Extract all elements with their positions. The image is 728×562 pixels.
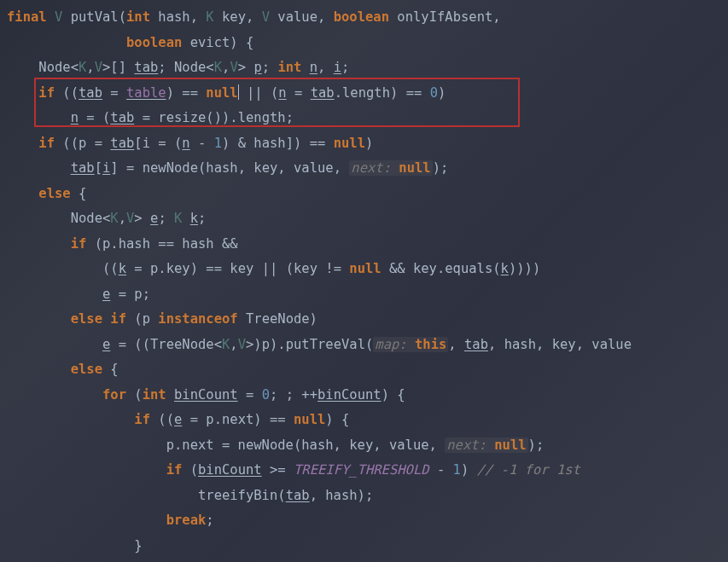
code-line[interactable]: else { bbox=[0, 357, 728, 383]
parameter-hint: next: null bbox=[349, 160, 432, 176]
code-line[interactable]: Node<K,V> e; K k; bbox=[0, 206, 728, 232]
code-line[interactable]: break; bbox=[0, 508, 728, 534]
parameter-hint: map: this bbox=[373, 337, 448, 352]
code-line[interactable]: ((k = p.key) == key || (key != null && k… bbox=[0, 257, 728, 282]
code-line[interactable]: else if (p instanceof TreeNode) bbox=[0, 307, 728, 333]
code-line[interactable]: if (p.hash == hash && bbox=[0, 232, 728, 258]
code-editor[interactable]: final V putVal(int hash, K key, V value,… bbox=[0, 5, 728, 562]
code-line[interactable]: } bbox=[0, 534, 728, 559]
code-line[interactable]: Node<K,V>[] tab; Node<K,V> p; int n, i; bbox=[0, 55, 728, 81]
code-line[interactable]: n = (tab = resize()).length; bbox=[0, 106, 728, 131]
code-line[interactable]: for (int binCount = 0; ; ++binCount) { bbox=[0, 383, 728, 408]
code-line[interactable]: else { bbox=[0, 182, 728, 207]
code-line[interactable]: if (binCount >= TREEIFY_THRESHOLD - 1) /… bbox=[0, 458, 728, 484]
code-line[interactable]: e = ((TreeNode<K,V>)p).putTreeVal(map: t… bbox=[0, 333, 728, 358]
code-line[interactable]: if ((tab = table) == null || (n = tab.le… bbox=[0, 81, 728, 107]
code-line[interactable]: if ((p = tab[i = (n - 1) & hash]) == nul… bbox=[0, 131, 728, 157]
code-line[interactable]: if ((e = p.next) == null) { bbox=[0, 408, 728, 433]
code-line[interactable]: treeifyBin(tab, hash); bbox=[0, 484, 728, 509]
parameter-hint: next: null bbox=[445, 437, 527, 453]
code-line[interactable]: final V putVal(int hash, K key, V value,… bbox=[0, 5, 728, 31]
code-line[interactable]: if (e.hash == hash && bbox=[0, 559, 728, 562]
code-line[interactable]: tab[i] = newNode(hash, key, value, next:… bbox=[0, 156, 728, 182]
code-line[interactable]: e = p; bbox=[0, 282, 728, 308]
code-line[interactable]: boolean evict) { bbox=[0, 31, 728, 56]
code-line[interactable]: p.next = newNode(hash, key, value, next:… bbox=[0, 433, 728, 459]
